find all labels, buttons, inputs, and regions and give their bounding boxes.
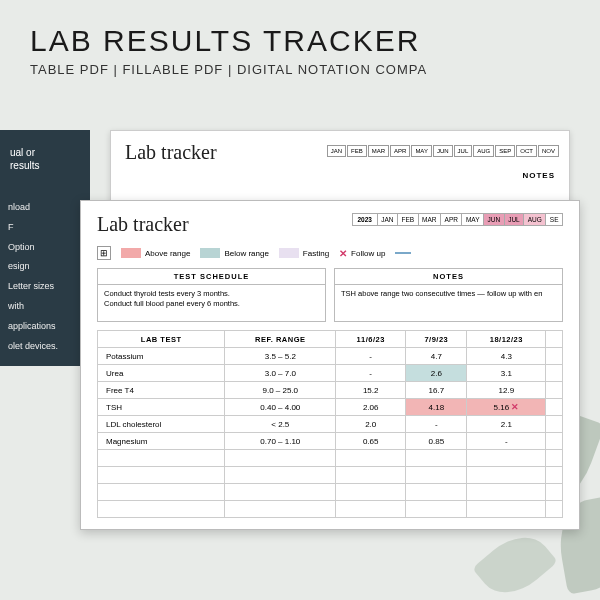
table-cell: 3.1 [467, 365, 546, 382]
month: AUG [473, 145, 494, 157]
month: SEP [495, 145, 515, 157]
table-cell [406, 501, 467, 518]
table-cell: 16.7 [406, 382, 467, 399]
table-row: Magnesium0.70 – 1.100.650.85- [98, 433, 563, 450]
table-cell: 3.5 – 5.2 [225, 348, 336, 365]
col-head: LAB TEST [98, 331, 225, 348]
table-cell [546, 450, 563, 467]
table-cell [336, 501, 406, 518]
month: APR [441, 213, 462, 226]
table-cell [467, 467, 546, 484]
table-cell: 4.18 [406, 399, 467, 416]
month: NOV [538, 145, 559, 157]
table-cell: - [336, 348, 406, 365]
list-item: olet devices. [8, 337, 82, 357]
table-cell [546, 433, 563, 450]
table-row: Potassium3.5 – 5.2-4.74.3 [98, 348, 563, 365]
legend-label: Below range [224, 249, 268, 258]
table-cell: 9.0 – 25.0 [225, 382, 336, 399]
table-cell: LDL cholesterol [98, 416, 225, 433]
month: JAN [378, 213, 398, 226]
month: OCT [516, 145, 537, 157]
table-cell: 2.1 [467, 416, 546, 433]
table-cell [546, 467, 563, 484]
month: JUL [454, 145, 473, 157]
table-cell: 4.3 [467, 348, 546, 365]
table-cell: 2.0 [336, 416, 406, 433]
table-cell [406, 484, 467, 501]
table-cell: Magnesium [98, 433, 225, 450]
grid-icon: ⊞ [97, 246, 111, 260]
list-item: applications [8, 317, 82, 337]
table-cell: Free T4 [98, 382, 225, 399]
table-cell: - [336, 365, 406, 382]
table-cell [467, 450, 546, 467]
table-row: TSH0.40 – 4.002.064.185.16✕ [98, 399, 563, 416]
table-cell: TSH [98, 399, 225, 416]
table-cell: - [406, 416, 467, 433]
col-head: 7/9/23 [406, 331, 467, 348]
month: FEB [398, 213, 419, 226]
schedule-box: TEST SCHEDULE Conduct thyroid tests ever… [97, 268, 326, 322]
table-cell: 0.70 – 1.10 [225, 433, 336, 450]
legend: ⊞ Above range Below range Fasting ✕ Foll… [97, 246, 563, 260]
table-cell: 3.0 – 7.0 [225, 365, 336, 382]
table-cell [225, 450, 336, 467]
table-row: Free T49.0 – 25.015.216.712.9 [98, 382, 563, 399]
table-cell [467, 501, 546, 518]
table-cell [546, 399, 563, 416]
month: MAR [419, 213, 441, 226]
col-head [546, 331, 563, 348]
list-item: Letter sizes [8, 277, 82, 297]
month-row: 2023 JAN FEB MAR APR MAY JUN JUL AUG SE [352, 213, 563, 226]
table-cell [546, 365, 563, 382]
table-cell: Urea [98, 365, 225, 382]
month-highlighted: JUN [484, 213, 505, 226]
swatch-below-icon [200, 248, 220, 258]
table-cell [546, 382, 563, 399]
table-cell: 12.9 [467, 382, 546, 399]
results-table: LAB TEST REF. RANGE 11/6/23 7/9/23 18/12… [97, 330, 563, 518]
notes-box: NOTES TSH above range two consecutive ti… [334, 268, 563, 322]
table-cell [336, 467, 406, 484]
page-title: LAB RESULTS TRACKER [30, 24, 570, 58]
table-cell [546, 348, 563, 365]
month: MAY [462, 213, 484, 226]
table-cell [98, 484, 225, 501]
table-row [98, 484, 563, 501]
table-cell [225, 484, 336, 501]
table-cell [225, 467, 336, 484]
table-cell: 15.2 [336, 382, 406, 399]
table-cell: 2.6 [406, 365, 467, 382]
feature-list: nload F Option esign Letter sizes with a… [8, 198, 82, 356]
table-cell [98, 501, 225, 518]
table-cell [98, 467, 225, 484]
swatch-above-icon [121, 248, 141, 258]
legend-label: Fasting [303, 249, 329, 258]
notes-line: TSH above range two consecutive times — … [341, 289, 556, 299]
col-head: REF. RANGE [225, 331, 336, 348]
legend-follow: ✕ Follow up [339, 248, 385, 259]
table-cell [225, 501, 336, 518]
legend-label: Above range [145, 249, 190, 258]
sheet-title: Lab tracker [97, 213, 189, 236]
month: JUN [433, 145, 453, 157]
month-highlighted: JUL [505, 213, 525, 226]
table-row: LDL cholesterol< 2.52.0-2.1 [98, 416, 563, 433]
table-cell [336, 450, 406, 467]
month-highlighted: AUG [524, 213, 546, 226]
table-cell: Potassium [98, 348, 225, 365]
table-cell [98, 450, 225, 467]
legend-label: Follow up [351, 249, 385, 258]
table-cell [406, 450, 467, 467]
legend-line [395, 252, 411, 254]
month: MAY [411, 145, 432, 157]
sidebar-text: ual or [10, 146, 80, 159]
month: JAN [327, 145, 346, 157]
month: SE [546, 213, 563, 226]
table-cell: 5.16✕ [467, 399, 546, 416]
table-cell: 0.85 [406, 433, 467, 450]
table-row: Urea3.0 – 7.0-2.63.1 [98, 365, 563, 382]
table-row [98, 501, 563, 518]
month: MAR [368, 145, 389, 157]
